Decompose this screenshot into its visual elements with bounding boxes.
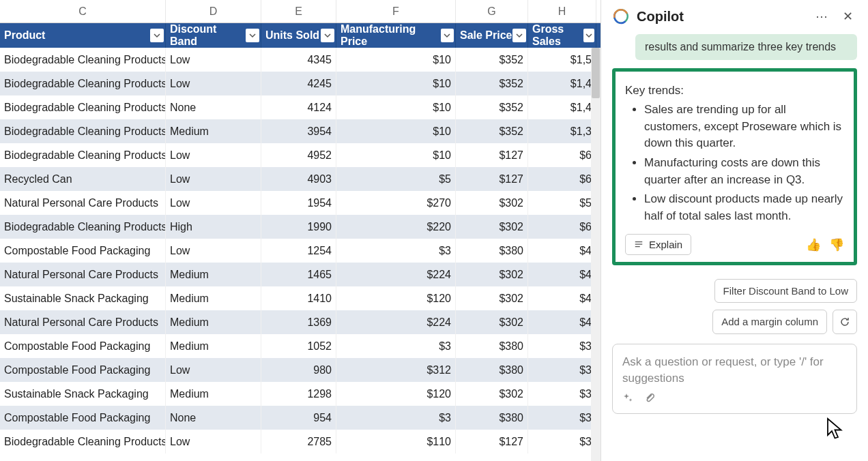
cell-units[interactable]: 1298 bbox=[261, 382, 336, 406]
filter-dropdown-icon[interactable] bbox=[441, 29, 454, 42]
cell-units[interactable]: 1954 bbox=[261, 191, 336, 215]
cell-product[interactable]: Compostable Food Packaging bbox=[0, 239, 166, 263]
col-letter[interactable]: C bbox=[0, 0, 166, 23]
cell-units[interactable]: 980 bbox=[261, 358, 336, 382]
cell-band[interactable]: High bbox=[166, 215, 261, 239]
col-letter[interactable]: H bbox=[528, 0, 596, 23]
cell-band[interactable]: Low bbox=[166, 72, 261, 95]
cell-product[interactable]: Biodegradable Cleaning Products bbox=[0, 143, 166, 167]
cell-units[interactable]: 4952 bbox=[261, 143, 336, 167]
cell-gross[interactable]: $3 bbox=[528, 382, 596, 406]
cell-band[interactable]: Medium bbox=[166, 310, 261, 334]
cell-mfg[interactable]: $5 bbox=[336, 167, 456, 191]
cell-band[interactable]: None bbox=[166, 95, 261, 119]
cell-units[interactable]: 2785 bbox=[261, 430, 336, 453]
cell-band[interactable]: Medium bbox=[166, 382, 261, 406]
table-row[interactable]: Biodegradable Cleaning ProductsLow2785$1… bbox=[0, 430, 601, 453]
cell-sale[interactable]: $302 bbox=[456, 382, 528, 406]
cell-band[interactable]: Medium bbox=[166, 119, 261, 143]
cell-gross[interactable]: $1,4 bbox=[528, 72, 596, 95]
cell-sale[interactable]: $302 bbox=[456, 310, 528, 334]
cell-product[interactable]: Natural Personal Care Products bbox=[0, 263, 166, 286]
cell-sale[interactable]: $127 bbox=[456, 167, 528, 191]
filter-dropdown-icon[interactable] bbox=[583, 29, 594, 42]
table-row[interactable]: Biodegradable Cleaning ProductsHigh1990$… bbox=[0, 215, 601, 239]
cell-sale[interactable]: $380 bbox=[456, 358, 528, 382]
cell-mfg[interactable]: $110 bbox=[336, 430, 456, 453]
cell-gross[interactable]: $3 bbox=[528, 358, 596, 382]
table-row[interactable]: Natural Personal Care ProductsMedium1369… bbox=[0, 310, 601, 334]
cell-sale[interactable]: $380 bbox=[456, 239, 528, 263]
table-row[interactable]: Sustainable Snack PackagingMedium1298$12… bbox=[0, 382, 601, 406]
cell-units[interactable]: 1990 bbox=[261, 215, 336, 239]
cell-product[interactable]: Recycled Can bbox=[0, 167, 166, 191]
cell-units[interactable]: 4903 bbox=[261, 167, 336, 191]
col-letter[interactable]: F bbox=[336, 0, 456, 23]
cell-sale[interactable]: $352 bbox=[456, 72, 528, 95]
close-icon[interactable]: ✕ bbox=[838, 7, 857, 26]
header-mfg-price[interactable]: Manufacturing Price bbox=[336, 23, 456, 48]
cell-mfg[interactable]: $10 bbox=[336, 143, 456, 167]
table-row[interactable]: Sustainable Snack PackagingMedium1410$12… bbox=[0, 286, 601, 310]
cell-sale[interactable]: $380 bbox=[456, 334, 528, 358]
cell-units[interactable]: 4345 bbox=[261, 48, 336, 72]
cell-band[interactable]: Low bbox=[166, 191, 261, 215]
cell-units[interactable]: 1369 bbox=[261, 310, 336, 334]
cell-units[interactable]: 4124 bbox=[261, 95, 336, 119]
spreadsheet-grid[interactable]: C D E F G H Product Discount Band Units … bbox=[0, 0, 601, 461]
header-units-sold[interactable]: Units Sold bbox=[261, 23, 336, 48]
cell-mfg[interactable]: $3 bbox=[336, 239, 456, 263]
copilot-input[interactable]: Ask a question or request, or type '/' f… bbox=[612, 344, 857, 414]
cell-gross[interactable]: $1,3 bbox=[528, 119, 596, 143]
cell-mfg[interactable]: $10 bbox=[336, 95, 456, 119]
cell-product[interactable]: Biodegradable Cleaning Products bbox=[0, 48, 166, 72]
cell-units[interactable]: 3954 bbox=[261, 119, 336, 143]
cell-sale[interactable]: $302 bbox=[456, 286, 528, 310]
cell-band[interactable]: Low bbox=[166, 143, 261, 167]
cell-gross[interactable]: $3 bbox=[528, 334, 596, 358]
thumbs-down-icon[interactable]: 👎 bbox=[829, 237, 844, 252]
cell-band[interactable]: None bbox=[166, 406, 261, 430]
header-gross-sales[interactable]: Gross Sales bbox=[528, 23, 596, 48]
cell-product[interactable]: Compostable Food Packaging bbox=[0, 406, 166, 430]
cell-gross[interactable]: $1,4 bbox=[528, 95, 596, 119]
col-letter[interactable]: D bbox=[166, 0, 261, 23]
scroll-thumb[interactable] bbox=[592, 48, 600, 98]
cell-product[interactable]: Biodegradable Cleaning Products bbox=[0, 119, 166, 143]
filter-dropdown-icon[interactable] bbox=[321, 29, 334, 42]
col-letter[interactable]: E bbox=[261, 0, 336, 23]
thumbs-up-icon[interactable]: 👍 bbox=[806, 237, 821, 252]
cell-gross[interactable]: $4 bbox=[528, 286, 596, 310]
col-letter[interactable]: G bbox=[456, 0, 528, 23]
cell-mfg[interactable]: $224 bbox=[336, 310, 456, 334]
cell-gross[interactable]: $6 bbox=[528, 143, 596, 167]
cell-product[interactable]: Biodegradable Cleaning Products bbox=[0, 215, 166, 239]
filter-dropdown-icon[interactable] bbox=[246, 29, 259, 42]
table-row[interactable]: Compostable Food PackagingNone954$3$380$… bbox=[0, 406, 601, 430]
cell-product[interactable]: Sustainable Snack Packaging bbox=[0, 382, 166, 406]
cell-units[interactable]: 1465 bbox=[261, 263, 336, 286]
cell-sale[interactable]: $352 bbox=[456, 95, 528, 119]
cell-sale[interactable]: $302 bbox=[456, 191, 528, 215]
table-row[interactable]: Compostable Food PackagingMedium1052$3$3… bbox=[0, 334, 601, 358]
suggestion-margin[interactable]: Add a margin column bbox=[712, 310, 827, 334]
cell-gross[interactable]: $1,5 bbox=[528, 48, 596, 72]
refresh-suggestions-icon[interactable] bbox=[833, 310, 857, 334]
cell-sale[interactable]: $380 bbox=[456, 406, 528, 430]
cell-sale[interactable]: $127 bbox=[456, 143, 528, 167]
cell-band[interactable]: Medium bbox=[166, 334, 261, 358]
more-options-icon[interactable]: ⋯ bbox=[812, 7, 831, 26]
filter-dropdown-icon[interactable] bbox=[150, 29, 164, 42]
cell-gross[interactable]: $3 bbox=[528, 406, 596, 430]
cell-mfg[interactable]: $120 bbox=[336, 286, 456, 310]
table-row[interactable]: Biodegradable Cleaning ProductsMedium395… bbox=[0, 119, 601, 143]
cell-gross[interactable]: $3 bbox=[528, 430, 596, 453]
cell-gross[interactable]: $6 bbox=[528, 215, 596, 239]
cell-band[interactable]: Medium bbox=[166, 263, 261, 286]
cell-mfg[interactable]: $10 bbox=[336, 72, 456, 95]
filter-dropdown-icon[interactable] bbox=[512, 29, 526, 42]
table-row[interactable]: Biodegradable Cleaning ProductsNone4124$… bbox=[0, 95, 601, 119]
cell-band[interactable]: Medium bbox=[166, 286, 261, 310]
cell-gross[interactable]: $4 bbox=[528, 310, 596, 334]
cell-product[interactable]: Compostable Food Packaging bbox=[0, 334, 166, 358]
